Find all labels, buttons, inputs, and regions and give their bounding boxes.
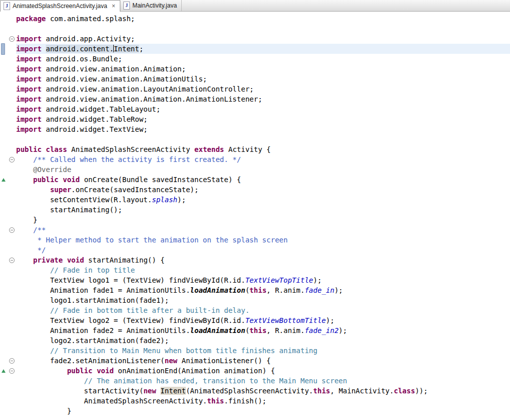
fold-ruler-cell [7,195,16,205]
code-line[interactable]: /** [0,225,510,235]
code-line[interactable]: // Transition to Main Menu when bottom t… [0,346,510,356]
code-line-text[interactable]: import android.view.animation.Animation.… [16,94,510,104]
code-line[interactable]: AnimatedSplashScreenActivity.this.finish… [0,396,510,406]
code-line[interactable]: import android.view.animation.Animation; [0,64,510,74]
code-line[interactable]: import android.view.animation.LayoutAnim… [0,84,510,94]
code-line[interactable]: @Override [0,164,510,175]
code-line-text[interactable]: super.onCreate(savedInstanceState); [16,185,510,195]
code-line-text[interactable]: logo2.startAnimation(fade2); [16,335,510,346]
tab-animated-splash-screen-activity[interactable]: J AnimatedSplashScreenActivity.java × [0,0,120,12]
code-editor[interactable]: package com.animated.splash;import andro… [0,12,510,420]
marker-ruler-cell [0,275,7,285]
code-line[interactable]: TextView logo1 = (TextView) findViewById… [0,275,510,285]
code-line-text[interactable]: fade2.setAnimationListener(new Animation… [16,356,510,366]
code-line[interactable]: import android.view.animation.Animation.… [0,94,510,104]
code-token: , R.anim. [266,326,305,334]
fold-collapse-icon[interactable] [9,258,15,263]
code-line[interactable]: startAnimating(); [0,205,510,215]
code-line-text[interactable]: /** [16,225,510,235]
code-line[interactable]: Animation fade1 = AnimationUtils.loadAni… [0,285,510,295]
code-line[interactable]: import android.content.Intent; [0,44,510,54]
code-line-text[interactable]: // Fade in top title [16,265,510,275]
code-line[interactable]: // Fade in bottom title after a built-in… [0,305,510,315]
code-token: TextViewBottomTitle [245,316,326,324]
marker-ruler-cell [0,104,7,114]
code-line-text[interactable]: import android.view.animation.Animation; [16,64,510,74]
code-line-text[interactable]: TextView logo1 = (TextView) findViewById… [16,275,510,285]
code-area[interactable]: package com.animated.splash;import andro… [0,14,510,416]
code-line[interactable]: startActivity(new Intent(AnimatedSplashS… [0,386,510,396]
code-line[interactable]: import android.view.animation.AnimationU… [0,74,510,84]
code-line-text[interactable]: Animation fade1 = AnimationUtils.loadAni… [16,285,510,295]
code-line-text[interactable]: private void startAnimating() { [16,255,510,265]
code-line-text[interactable]: } [16,215,510,225]
code-line-text[interactable]: import android.view.animation.LayoutAnim… [16,84,510,94]
code-line-text[interactable]: import android.os.Bundle; [16,54,510,64]
code-line-text[interactable]: import android.widget.TableLayout; [16,104,510,114]
code-line-text[interactable]: import android.view.animation.AnimationU… [16,74,510,84]
code-line-text[interactable] [16,24,510,34]
code-line-text[interactable]: AnimatedSplashScreenActivity.this.finish… [16,396,510,406]
code-line-text[interactable]: import android.widget.TableRow; [16,114,510,124]
code-line[interactable]: import android.widget.TextView; [0,124,510,134]
code-token: , R.anim. [266,286,305,294]
code-line-text[interactable]: public void onAnimationEnd(Animation ani… [16,366,510,376]
code-line-text[interactable]: startAnimating(); [16,205,510,215]
code-line[interactable]: public void onCreate(Bundle savedInstanc… [0,175,510,185]
fold-collapse-icon[interactable] [9,157,15,162]
code-line-text[interactable]: import android.content.Intent; [16,44,510,54]
code-line[interactable]: private void startAnimating() { [0,255,510,265]
code-line-text[interactable]: // Transition to Main Menu when bottom t… [16,346,510,356]
tab-close-icon[interactable]: × [112,3,115,9]
code-line[interactable]: } [0,215,510,225]
code-line[interactable]: } [0,406,510,416]
fold-collapse-icon[interactable] [9,36,15,42]
code-line[interactable]: logo2.startAnimation(fade2); [0,335,510,346]
code-line[interactable]: setContentView(R.layout.splash); [0,195,510,205]
code-line-text[interactable]: setContentView(R.layout.splash); [16,195,510,205]
code-line[interactable]: /** Called when the activity is first cr… [0,154,510,164]
code-line-text[interactable]: startActivity(new Intent(AnimatedSplashS… [16,386,510,396]
code-line-text[interactable]: } [16,406,510,416]
code-line[interactable]: import android.app.Activity; [0,34,510,44]
code-line-text[interactable]: // Fade in bottom title after a built-in… [16,305,510,315]
code-line-text[interactable]: public void onCreate(Bundle savedInstanc… [16,175,510,185]
code-line[interactable]: import android.widget.TableLayout; [0,104,510,114]
tab-label: MainActivity.java [132,2,177,9]
code-line[interactable] [0,134,510,144]
code-line-text[interactable]: logo1.startAnimation(fade1); [16,295,510,305]
code-token: AnimatedSplashScreenActivity [67,145,194,153]
code-line[interactable]: Animation fade2 = AnimationUtils.loadAni… [0,325,510,335]
fold-collapse-icon[interactable] [9,368,15,374]
code-line[interactable]: TextView logo2 = (TextView) findViewById… [0,315,510,325]
code-line[interactable]: import android.widget.TableRow; [0,114,510,124]
code-line[interactable]: fade2.setAnimationListener(new Animation… [0,356,510,366]
code-line[interactable]: */ [0,245,510,255]
tab-main-activity[interactable]: J MainActivity.java [120,0,182,11]
code-line-text[interactable]: /** Called when the activity is first cr… [16,154,510,164]
code-line-text[interactable]: // The animation has ended, transition t… [16,376,510,386]
code-line-text[interactable]: @Override [16,164,510,175]
code-line-text[interactable]: import android.app.Activity; [16,34,510,44]
code-line-text[interactable]: */ [16,245,510,255]
code-line-text[interactable]: package com.animated.splash; [16,14,510,24]
code-line-text[interactable]: Animation fade2 = AnimationUtils.loadAni… [16,325,510,335]
code-line[interactable]: import android.os.Bundle; [0,54,510,64]
fold-collapse-icon[interactable] [9,358,15,364]
code-line-text[interactable] [16,134,510,144]
code-line[interactable]: public void onAnimationEnd(Animation ani… [0,366,510,376]
code-line-text[interactable]: import android.widget.TextView; [16,124,510,134]
code-line[interactable]: logo1.startAnimation(fade1); [0,295,510,305]
code-line[interactable] [0,24,510,34]
code-line-text[interactable]: * Helper method to start the animation o… [16,235,510,245]
code-line[interactable]: // The animation has ended, transition t… [0,376,510,386]
code-line-text[interactable]: public class AnimatedSplashScreenActivit… [16,144,510,154]
code-line[interactable]: * Helper method to start the animation o… [0,235,510,245]
code-line[interactable]: // Fade in top title [0,265,510,275]
code-line[interactable]: package com.animated.splash; [0,14,510,24]
code-line-text[interactable]: TextView logo2 = (TextView) findViewById… [16,315,510,325]
fold-collapse-icon[interactable] [9,227,15,233]
code-line[interactable]: super.onCreate(savedInstanceState); [0,185,510,195]
code-token: import [16,95,42,103]
code-line[interactable]: public class AnimatedSplashScreenActivit… [0,144,510,154]
